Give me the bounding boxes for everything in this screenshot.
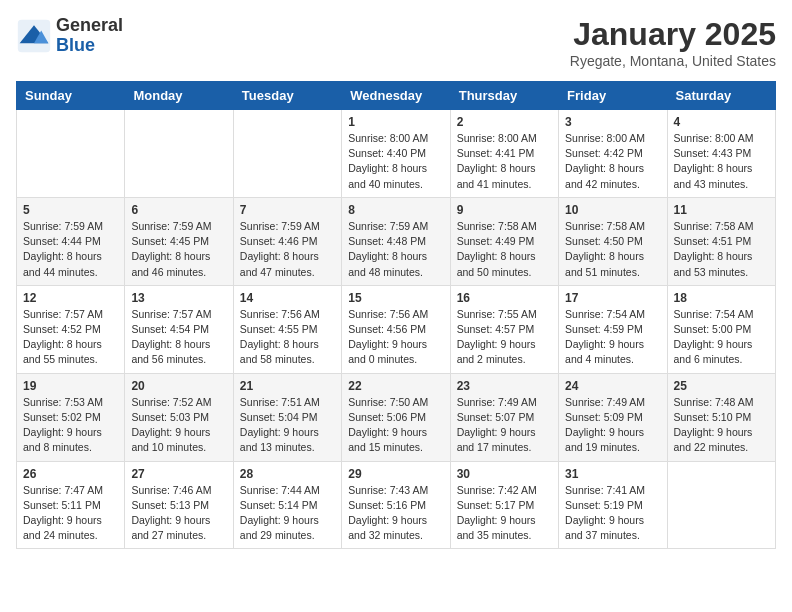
day-number: 1 [348, 115, 443, 129]
day-number: 11 [674, 203, 769, 217]
calendar-week-row: 1Sunrise: 8:00 AM Sunset: 4:40 PM Daylig… [17, 110, 776, 198]
day-number: 3 [565, 115, 660, 129]
day-number: 24 [565, 379, 660, 393]
calendar-cell: 10Sunrise: 7:58 AM Sunset: 4:50 PM Dayli… [559, 197, 667, 285]
day-info: Sunrise: 7:49 AM Sunset: 5:09 PM Dayligh… [565, 395, 660, 456]
day-info: Sunrise: 8:00 AM Sunset: 4:42 PM Dayligh… [565, 131, 660, 192]
day-number: 13 [131, 291, 226, 305]
calendar-cell [17, 110, 125, 198]
calendar-cell: 2Sunrise: 8:00 AM Sunset: 4:41 PM Daylig… [450, 110, 558, 198]
day-info: Sunrise: 7:53 AM Sunset: 5:02 PM Dayligh… [23, 395, 118, 456]
calendar-cell: 17Sunrise: 7:54 AM Sunset: 4:59 PM Dayli… [559, 285, 667, 373]
calendar-cell: 23Sunrise: 7:49 AM Sunset: 5:07 PM Dayli… [450, 373, 558, 461]
day-number: 5 [23, 203, 118, 217]
calendar-cell [667, 461, 775, 549]
day-number: 21 [240, 379, 335, 393]
weekday-header-sunday: Sunday [17, 82, 125, 110]
day-info: Sunrise: 8:00 AM Sunset: 4:43 PM Dayligh… [674, 131, 769, 192]
day-info: Sunrise: 7:41 AM Sunset: 5:19 PM Dayligh… [565, 483, 660, 544]
day-number: 29 [348, 467, 443, 481]
day-info: Sunrise: 7:57 AM Sunset: 4:52 PM Dayligh… [23, 307, 118, 368]
day-info: Sunrise: 7:55 AM Sunset: 4:57 PM Dayligh… [457, 307, 552, 368]
day-number: 6 [131, 203, 226, 217]
day-number: 4 [674, 115, 769, 129]
day-info: Sunrise: 7:54 AM Sunset: 4:59 PM Dayligh… [565, 307, 660, 368]
day-number: 27 [131, 467, 226, 481]
weekday-header-wednesday: Wednesday [342, 82, 450, 110]
calendar-cell: 8Sunrise: 7:59 AM Sunset: 4:48 PM Daylig… [342, 197, 450, 285]
day-info: Sunrise: 7:47 AM Sunset: 5:11 PM Dayligh… [23, 483, 118, 544]
day-info: Sunrise: 7:51 AM Sunset: 5:04 PM Dayligh… [240, 395, 335, 456]
day-info: Sunrise: 8:00 AM Sunset: 4:40 PM Dayligh… [348, 131, 443, 192]
calendar-cell: 28Sunrise: 7:44 AM Sunset: 5:14 PM Dayli… [233, 461, 341, 549]
day-number: 2 [457, 115, 552, 129]
day-number: 8 [348, 203, 443, 217]
day-number: 26 [23, 467, 118, 481]
calendar-cell [125, 110, 233, 198]
day-number: 23 [457, 379, 552, 393]
day-info: Sunrise: 7:52 AM Sunset: 5:03 PM Dayligh… [131, 395, 226, 456]
day-number: 25 [674, 379, 769, 393]
calendar-cell: 19Sunrise: 7:53 AM Sunset: 5:02 PM Dayli… [17, 373, 125, 461]
calendar-cell: 12Sunrise: 7:57 AM Sunset: 4:52 PM Dayli… [17, 285, 125, 373]
day-info: Sunrise: 7:59 AM Sunset: 4:46 PM Dayligh… [240, 219, 335, 280]
location-title: Ryegate, Montana, United States [570, 53, 776, 69]
calendar-cell: 5Sunrise: 7:59 AM Sunset: 4:44 PM Daylig… [17, 197, 125, 285]
day-number: 19 [23, 379, 118, 393]
weekday-header-tuesday: Tuesday [233, 82, 341, 110]
calendar-cell: 4Sunrise: 8:00 AM Sunset: 4:43 PM Daylig… [667, 110, 775, 198]
calendar-week-row: 19Sunrise: 7:53 AM Sunset: 5:02 PM Dayli… [17, 373, 776, 461]
logo-icon [16, 18, 52, 54]
day-info: Sunrise: 7:59 AM Sunset: 4:45 PM Dayligh… [131, 219, 226, 280]
title-block: January 2025 Ryegate, Montana, United St… [570, 16, 776, 69]
calendar-cell: 14Sunrise: 7:56 AM Sunset: 4:55 PM Dayli… [233, 285, 341, 373]
weekday-header-monday: Monday [125, 82, 233, 110]
day-info: Sunrise: 7:56 AM Sunset: 4:55 PM Dayligh… [240, 307, 335, 368]
day-number: 17 [565, 291, 660, 305]
logo: General Blue [16, 16, 123, 56]
day-info: Sunrise: 7:59 AM Sunset: 4:44 PM Dayligh… [23, 219, 118, 280]
calendar-table: SundayMondayTuesdayWednesdayThursdayFrid… [16, 81, 776, 549]
day-info: Sunrise: 7:50 AM Sunset: 5:06 PM Dayligh… [348, 395, 443, 456]
calendar-week-row: 5Sunrise: 7:59 AM Sunset: 4:44 PM Daylig… [17, 197, 776, 285]
day-info: Sunrise: 7:43 AM Sunset: 5:16 PM Dayligh… [348, 483, 443, 544]
calendar-cell: 13Sunrise: 7:57 AM Sunset: 4:54 PM Dayli… [125, 285, 233, 373]
day-number: 31 [565, 467, 660, 481]
day-number: 14 [240, 291, 335, 305]
day-number: 30 [457, 467, 552, 481]
day-info: Sunrise: 7:49 AM Sunset: 5:07 PM Dayligh… [457, 395, 552, 456]
day-info: Sunrise: 7:58 AM Sunset: 4:50 PM Dayligh… [565, 219, 660, 280]
day-number: 7 [240, 203, 335, 217]
calendar-cell: 27Sunrise: 7:46 AM Sunset: 5:13 PM Dayli… [125, 461, 233, 549]
calendar-cell: 21Sunrise: 7:51 AM Sunset: 5:04 PM Dayli… [233, 373, 341, 461]
day-number: 15 [348, 291, 443, 305]
calendar-cell: 3Sunrise: 8:00 AM Sunset: 4:42 PM Daylig… [559, 110, 667, 198]
day-info: Sunrise: 7:58 AM Sunset: 4:51 PM Dayligh… [674, 219, 769, 280]
calendar-cell [233, 110, 341, 198]
calendar-cell: 6Sunrise: 7:59 AM Sunset: 4:45 PM Daylig… [125, 197, 233, 285]
day-info: Sunrise: 7:46 AM Sunset: 5:13 PM Dayligh… [131, 483, 226, 544]
calendar-week-row: 12Sunrise: 7:57 AM Sunset: 4:52 PM Dayli… [17, 285, 776, 373]
day-number: 28 [240, 467, 335, 481]
day-info: Sunrise: 7:58 AM Sunset: 4:49 PM Dayligh… [457, 219, 552, 280]
calendar-cell: 25Sunrise: 7:48 AM Sunset: 5:10 PM Dayli… [667, 373, 775, 461]
calendar-cell: 16Sunrise: 7:55 AM Sunset: 4:57 PM Dayli… [450, 285, 558, 373]
day-number: 22 [348, 379, 443, 393]
calendar-cell: 30Sunrise: 7:42 AM Sunset: 5:17 PM Dayli… [450, 461, 558, 549]
day-info: Sunrise: 7:48 AM Sunset: 5:10 PM Dayligh… [674, 395, 769, 456]
logo-text: General Blue [56, 16, 123, 56]
day-info: Sunrise: 7:54 AM Sunset: 5:00 PM Dayligh… [674, 307, 769, 368]
calendar-cell: 29Sunrise: 7:43 AM Sunset: 5:16 PM Dayli… [342, 461, 450, 549]
calendar-header: SundayMondayTuesdayWednesdayThursdayFrid… [17, 82, 776, 110]
calendar-cell: 18Sunrise: 7:54 AM Sunset: 5:00 PM Dayli… [667, 285, 775, 373]
day-number: 10 [565, 203, 660, 217]
calendar-cell: 15Sunrise: 7:56 AM Sunset: 4:56 PM Dayli… [342, 285, 450, 373]
day-info: Sunrise: 7:42 AM Sunset: 5:17 PM Dayligh… [457, 483, 552, 544]
day-number: 20 [131, 379, 226, 393]
calendar-cell: 24Sunrise: 7:49 AM Sunset: 5:09 PM Dayli… [559, 373, 667, 461]
logo-blue-text: Blue [56, 36, 123, 56]
month-title: January 2025 [570, 16, 776, 53]
day-number: 16 [457, 291, 552, 305]
calendar-cell: 9Sunrise: 7:58 AM Sunset: 4:49 PM Daylig… [450, 197, 558, 285]
day-info: Sunrise: 8:00 AM Sunset: 4:41 PM Dayligh… [457, 131, 552, 192]
